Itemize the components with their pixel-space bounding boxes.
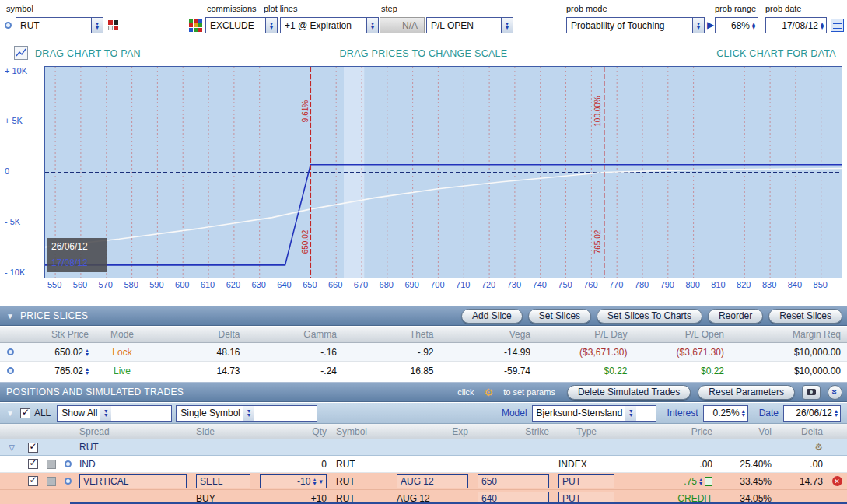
col-spread[interactable]: Spread [75, 426, 191, 437]
col-symbol[interactable]: Symbol [331, 426, 392, 437]
spinner-arrows-icon[interactable]: ▴▾ [313, 478, 316, 485]
play-arrow-icon[interactable]: ▶ [707, 19, 714, 30]
expand-triangle-icon[interactable]: ▼ [6, 409, 14, 418]
strike-select[interactable]: 650 [478, 474, 549, 488]
chevron-down-icon[interactable]: ▾▾ [91, 18, 103, 33]
col-delta[interactable]: Delta [149, 329, 247, 340]
slice-stk-price-stepper[interactable]: 765.02▴▾ [20, 366, 95, 376]
double-chevron-down-icon[interactable]: » [828, 385, 842, 400]
spinner-arrows-icon[interactable]: ▴▾ [699, 478, 702, 485]
camera-icon[interactable] [802, 385, 821, 400]
x-axis-tick: 850 [814, 280, 828, 289]
all-checkbox[interactable]: ✓ [20, 408, 30, 418]
spinner-arrows-icon[interactable]: ▴▾ [835, 409, 838, 417]
col-type[interactable]: Type [554, 426, 619, 437]
single-symbol-dropdown[interactable]: Single Symbol ▾▾ [176, 405, 317, 422]
commissions-dropdown[interactable]: EXCLUDE ▾▾ [205, 17, 278, 33]
col-delta[interactable]: Delta [776, 426, 828, 437]
group-settings-icon[interactable]: ⚙ [814, 442, 823, 453]
x-axis-tick: 680 [380, 280, 394, 289]
type-select[interactable]: PUT [558, 474, 614, 488]
price-link-icon[interactable] [705, 477, 712, 486]
spinner-arrows-icon[interactable]: ▴▾ [86, 367, 89, 375]
col-pl-day[interactable]: P/L Day [537, 329, 634, 340]
reset-parameters-button[interactable]: Reset Parameters [698, 385, 795, 400]
slice-bullet-icon[interactable] [7, 348, 14, 355]
chevron-down-icon[interactable]: ▾ [319, 478, 323, 485]
side-select[interactable]: SELL [196, 474, 250, 488]
col-stk-price[interactable]: Stk Price [20, 329, 95, 340]
chevron-down-icon[interactable]: ▾▾ [366, 18, 378, 33]
spinner-arrows-icon[interactable]: ▴▾ [821, 22, 824, 30]
exp-select[interactable]: AUG 12 [397, 474, 468, 488]
group-checkbox[interactable]: ✓ [28, 443, 38, 453]
price-stepper[interactable]: .75 [684, 476, 697, 487]
chevron-down-icon[interactable]: ▾▾ [265, 18, 277, 33]
col-pl-open[interactable]: P/L Open [634, 329, 731, 340]
step-dropdown[interactable]: P/L OPEN ▾▾ [426, 17, 513, 33]
y-axis[interactable]: + 10K + 5K 0 - 5K - 10K [0, 66, 43, 278]
reorder-button[interactable]: Reorder [708, 309, 763, 324]
model-dropdown[interactable]: Bjerksund-Stensland ▾▾ [532, 405, 656, 422]
symbol-cell: RUT [331, 476, 392, 487]
x-axis-tick: 720 [481, 280, 495, 289]
close-icon[interactable]: ✕ [832, 476, 842, 486]
chevron-down-icon[interactable]: ▾▾ [501, 18, 513, 33]
spinner-arrows-icon[interactable]: ▴▾ [86, 348, 89, 356]
spinner-arrows-icon[interactable]: ▴▾ [742, 409, 745, 417]
calendar-icon[interactable] [831, 19, 844, 32]
row-checkbox[interactable]: ✓ [28, 459, 38, 469]
col-exp[interactable]: Exp [392, 426, 473, 437]
wrench-icon[interactable]: ⚙ [485, 387, 494, 398]
slice-delta: 14.73 [149, 366, 247, 376]
col-mode[interactable]: Mode [95, 329, 149, 340]
slice-mode[interactable]: Lock [95, 347, 149, 358]
spread-select[interactable]: VERTICAL [79, 474, 187, 488]
commissions-grid-icon[interactable] [189, 19, 202, 32]
collapse-triangle-icon[interactable]: ▼ [6, 312, 14, 320]
reset-slices-button[interactable]: Reset Slices [768, 309, 842, 324]
col-vol[interactable]: Vol [717, 426, 776, 437]
lock-square-icon[interactable] [47, 460, 56, 469]
row-bullet-icon[interactable] [65, 460, 72, 467]
col-side[interactable]: Side [191, 426, 255, 437]
interest-stepper[interactable]: 0.25% ▴▾ [703, 405, 748, 422]
delete-simulated-trades-button[interactable]: Delete Simulated Trades [567, 385, 691, 400]
show-all-dropdown[interactable]: Show All ▾▾ [57, 405, 172, 422]
expand-triangle-icon[interactable]: ▽ [0, 443, 23, 452]
risk-profile-chart[interactable]: 9.61% 650.02 100.00% 765.02 26/06/12 17/… [44, 66, 842, 278]
col-theta[interactable]: Theta [343, 329, 440, 340]
row-checkbox[interactable]: ✓ [28, 476, 38, 486]
col-qty[interactable]: Qty [255, 426, 331, 437]
symbol-grid-icon[interactable] [108, 20, 118, 30]
lock-square-icon[interactable] [47, 477, 56, 486]
set-slices-button[interactable]: Set Slices [528, 309, 591, 324]
col-price[interactable]: Price [619, 426, 717, 437]
plot-lines-dropdown[interactable]: +1 @ Expiration ▾▾ [280, 17, 379, 33]
spinner-arrows-icon[interactable]: ▴▾ [752, 22, 755, 30]
add-slice-button[interactable]: Add Slice [461, 309, 523, 324]
symbol-group-row[interactable]: ▽ ✓ RUT ⚙ [0, 439, 847, 456]
date-stepper[interactable]: 26/06/12 ▴▾ [783, 405, 841, 422]
chart-mode-icon[interactable] [14, 46, 28, 60]
col-strike[interactable]: Strike [473, 426, 554, 437]
col-margin-req[interactable]: Margin Req [730, 329, 847, 340]
chevron-down-icon[interactable]: ▾▾ [100, 406, 111, 421]
slice-mode[interactable]: Live [95, 366, 149, 376]
slice-bullet-icon[interactable] [7, 367, 14, 374]
col-vega[interactable]: Vega [440, 329, 537, 340]
prob-date-stepper[interactable]: 17/08/12 ▴▾ [765, 17, 827, 33]
prob-mode-dropdown[interactable]: Probability of Touching ▾▾ [566, 17, 705, 33]
qty-stepper[interactable]: -10▴▾▾ [260, 474, 327, 488]
chevron-down-icon[interactable]: ▾▾ [243, 406, 254, 421]
symbol-dropdown[interactable]: RUT ▾▾ [16, 17, 103, 33]
symbol-bullet-icon[interactable] [5, 22, 12, 29]
row-bullet-icon[interactable] [65, 478, 72, 485]
x-axis[interactable]: 5505605705805906006106206306406506606706… [0, 280, 847, 296]
col-gamma[interactable]: Gamma [247, 329, 344, 340]
slice-stk-price-stepper[interactable]: 650.02▴▾ [20, 347, 95, 358]
set-slices-to-charts-button[interactable]: Set Slices To Charts [597, 309, 702, 324]
chevron-down-icon[interactable]: ▾▾ [625, 406, 636, 421]
chevron-down-icon[interactable]: ▾▾ [692, 18, 704, 33]
prob-range-stepper[interactable]: 68% ▴▾ [715, 17, 758, 33]
